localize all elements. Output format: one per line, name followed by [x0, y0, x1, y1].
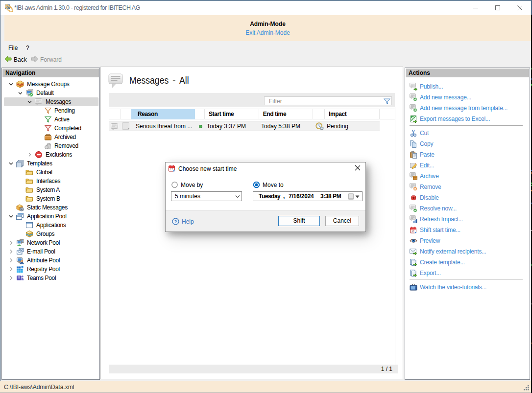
svg-text:?: ? [174, 219, 177, 224]
